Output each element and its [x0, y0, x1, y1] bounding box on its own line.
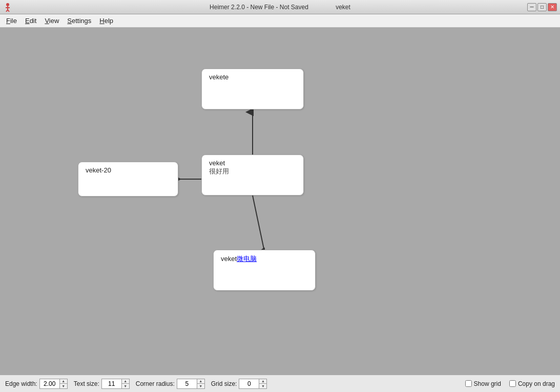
svg-line-4	[8, 10, 9, 12]
svg-point-0	[6, 3, 9, 6]
text-size-label: Text size:	[74, 380, 99, 387]
node-bottom-title-highlighted: 微电脑	[237, 255, 257, 263]
corner-radius-up[interactable]: ▲	[197, 379, 204, 384]
text-size-up[interactable]: ▲	[122, 379, 129, 384]
menu-help[interactable]: Help	[95, 15, 117, 26]
node-center-title: veket	[209, 159, 296, 167]
copy-on-drag-label[interactable]: Copy on drag	[518, 380, 555, 387]
status-right: Show grid Copy on drag	[465, 380, 555, 387]
svg-line-9	[253, 195, 264, 251]
menu-file[interactable]: File	[2, 15, 21, 26]
menu-bar: File Edit View Settings Help	[0, 14, 560, 28]
maximize-button[interactable]: □	[537, 3, 547, 11]
edge-width-input[interactable]	[39, 379, 60, 389]
title-text: Heimer 2.2.0 - New File - Not Saved veke…	[210, 4, 350, 11]
show-grid-label[interactable]: Show grid	[474, 380, 501, 387]
edge-width-spinbox[interactable]: ▲ ▼	[39, 379, 68, 389]
corner-radius-field: Corner radius: ▲ ▼	[136, 379, 205, 389]
menu-view[interactable]: View	[40, 15, 63, 26]
corner-radius-input[interactable]	[177, 379, 197, 389]
corner-radius-label: Corner radius:	[136, 380, 175, 387]
grid-size-field: Grid size: ▲ ▼	[211, 379, 267, 389]
canvas-area[interactable]: vekete veket 很好用 veket-20 veket微电脑	[0, 28, 560, 375]
menu-edit[interactable]: Edit	[21, 15, 40, 26]
grid-size-label: Grid size:	[211, 380, 237, 387]
node-left[interactable]: veket-20	[78, 162, 178, 197]
copy-on-drag-checkbox[interactable]	[509, 380, 516, 387]
node-center[interactable]: veket 很好用	[201, 155, 304, 195]
title-bar-controls: ─ □ ✕	[527, 3, 557, 11]
text-size-field: Text size: ▲ ▼	[74, 379, 130, 389]
node-center-subtitle: 很好用	[209, 167, 296, 176]
show-grid-field: Show grid	[465, 380, 501, 387]
text-size-down[interactable]: ▼	[122, 384, 129, 388]
copy-on-drag-field: Copy on drag	[509, 380, 555, 387]
title-bar: Heimer 2.2.0 - New File - Not Saved veke…	[0, 0, 560, 14]
grid-size-up[interactable]: ▲	[259, 379, 266, 384]
corner-radius-spinbox[interactable]: ▲ ▼	[177, 379, 205, 389]
minimize-button[interactable]: ─	[527, 3, 536, 11]
menu-settings[interactable]: Settings	[63, 15, 95, 26]
edge-width-field: Edge width: ▲ ▼	[5, 379, 68, 389]
edge-width-down[interactable]: ▼	[60, 384, 67, 388]
node-bottom-title: veket微电脑	[221, 254, 308, 264]
text-size-input[interactable]	[101, 379, 122, 389]
status-bar: Edge width: ▲ ▼ Text size: ▲ ▼ Corner ra…	[0, 375, 560, 392]
title-bar-left	[3, 3, 12, 12]
grid-size-down[interactable]: ▼	[259, 384, 266, 388]
corner-radius-down[interactable]: ▼	[197, 384, 204, 388]
node-top-title: vekete	[209, 73, 296, 81]
node-top[interactable]: vekete	[201, 69, 304, 110]
node-bottom-title-prefix: veket	[221, 255, 237, 263]
close-button[interactable]: ✕	[548, 3, 557, 11]
grid-size-input[interactable]	[239, 379, 259, 389]
show-grid-checkbox[interactable]	[465, 380, 472, 387]
edge-width-label: Edge width:	[5, 380, 37, 387]
node-left-title: veket-20	[86, 166, 171, 174]
grid-size-spinbox[interactable]: ▲ ▼	[239, 379, 267, 389]
text-size-spinbox[interactable]: ▲ ▼	[101, 379, 130, 389]
edge-width-up[interactable]: ▲	[60, 379, 67, 384]
node-bottom[interactable]: veket微电脑	[213, 250, 316, 291]
app-icon	[3, 3, 12, 12]
